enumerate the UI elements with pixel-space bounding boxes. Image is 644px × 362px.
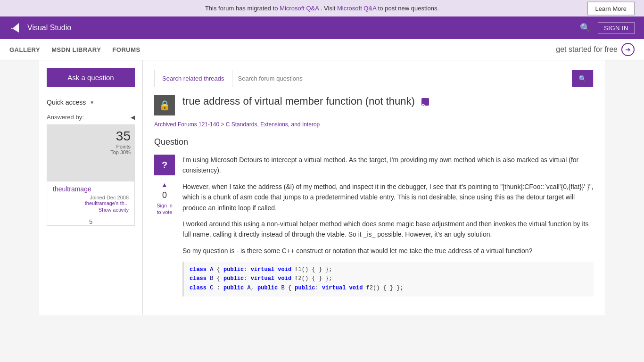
visual-studio-icon: [9, 21, 23, 34]
sidebar: Ask a question Quick access ▼ Answered b…: [39, 60, 143, 315]
points-label: Points: [110, 144, 131, 149]
sign-to-vote-link[interactable]: Sign in to vote: [157, 202, 173, 216]
user-points: 35 Points Top 30%: [110, 129, 131, 155]
question-paragraph-3: I worked around this using a non-virtual…: [182, 219, 594, 240]
code-line-1: class A { public: virtual void f1() { } …: [190, 265, 588, 274]
breadcrumb: Archived Forums 121-140 > C Standards, E…: [154, 121, 594, 128]
search-bar: Search related threads 🔍: [154, 70, 594, 87]
question-paragraph-2: However, when I take the address (&l) of…: [182, 181, 594, 213]
points-number: 35: [110, 129, 131, 144]
banner-text: This forum has migrated to Microsoft Q&A…: [205, 5, 439, 12]
answered-by-section: Answered by: ◀ 35 Points Top 30% theultr…: [39, 110, 142, 230]
lock-icon-box: 🔒: [154, 95, 175, 115]
quick-access-label: Quick access: [47, 99, 86, 106]
thread-title: true address of virtual member function …: [182, 95, 594, 108]
brand-logo: Visual Studio: [9, 21, 71, 34]
get-started-arrow-icon[interactable]: ➔: [621, 43, 635, 56]
content-wrapper: Ask a question Quick access ▼ Answered b…: [39, 60, 605, 315]
user-card: 35 Points Top 30% theultramage Joined De…: [47, 124, 135, 226]
question-label: Question: [154, 137, 594, 147]
question-mark-box: ?: [154, 155, 175, 175]
banner-link2[interactable]: Microsoft Q&A: [337, 5, 376, 12]
vote-area: ? ▲ 0 Sign in to vote: [154, 155, 175, 296]
quick-access-dropdown-icon: ▼: [90, 100, 94, 105]
joined-date: Joined Dec 2008: [53, 195, 129, 200]
ask-question-button[interactable]: Ask a question: [47, 68, 135, 87]
main-content: Search related threads 🔍 🔒 true address …: [143, 60, 605, 315]
search-icon: 🔍: [578, 75, 586, 82]
quick-access-header[interactable]: Quick access ▼: [39, 95, 142, 110]
top-percent: Top 30%: [110, 149, 131, 155]
question-text: I'm using Microsoft Detours to intercept…: [182, 155, 594, 296]
thread-header: 🔒 true address of virtual member functio…: [154, 95, 594, 115]
learn-more-button[interactable]: Learn More: [587, 1, 635, 15]
search-icon[interactable]: 🔍: [580, 23, 590, 33]
code-block: class A { public: virtual void f1() { } …: [182, 262, 594, 296]
breadcrumb-part2[interactable]: C Standards, Extensions, and Interop: [226, 121, 320, 128]
nav-msdn-library[interactable]: MSDN LIBRARY: [51, 46, 101, 53]
forum-search-button[interactable]: 🔍: [572, 70, 593, 87]
get-started-promo: get started for free ➔: [556, 43, 635, 56]
lock-icon: 🔒: [159, 99, 171, 111]
rss-icon[interactable]: [421, 98, 429, 106]
user-info: theultramage Joined Dec 2008 theultramag…: [47, 181, 134, 216]
nav-links: GALLERY MSDN LIBRARY FORUMS: [9, 39, 140, 60]
thread-title-area: true address of virtual member function …: [182, 95, 594, 108]
question-section: Question ? ▲ 0 Sign in to vote I'm using…: [154, 137, 594, 296]
question-paragraph-4: So my question is - is there some C++ co…: [182, 246, 594, 256]
nav-gallery[interactable]: GALLERY: [9, 46, 40, 53]
question-paragraph-1: I'm using Microsoft Detours to intercept…: [182, 155, 594, 176]
show-activity-link[interactable]: Show activity: [99, 207, 129, 213]
code-line-3: class C : public A, public B { public: v…: [190, 284, 588, 293]
migration-banner: This forum has migrated to Microsoft Q&A…: [0, 0, 644, 16]
up-vote-button[interactable]: ▲: [161, 181, 168, 189]
answered-by-label: Answered by: ◀: [47, 114, 135, 121]
secondary-navigation: GALLERY MSDN LIBRARY FORUMS get started …: [0, 39, 644, 60]
user-count: 5: [47, 218, 134, 225]
search-related-button[interactable]: Search related threads: [155, 70, 232, 87]
sign-in-button[interactable]: SIGN IN: [598, 22, 635, 34]
username-link[interactable]: theultramage: [53, 185, 129, 193]
code-line-2: class B { public: virtual void f2() { } …: [190, 274, 588, 283]
breadcrumb-separator: >: [221, 121, 224, 128]
nav-forums[interactable]: FORUMS: [112, 46, 140, 53]
question-mark-icon: ?: [162, 160, 167, 171]
svg-point-0: [421, 106, 423, 108]
user-threads-link[interactable]: theultramage's th...: [85, 200, 129, 206]
breadcrumb-part1[interactable]: Archived Forums 121-140: [154, 121, 219, 128]
collapse-icon[interactable]: ◀: [131, 114, 135, 121]
top-navigation: Visual Studio 🔍 SIGN IN: [0, 16, 644, 39]
forum-search-input[interactable]: [232, 70, 572, 87]
question-body: ? ▲ 0 Sign in to vote I'm using Microsof…: [154, 155, 594, 296]
brand-name: Visual Studio: [27, 24, 71, 32]
vote-count: 0: [162, 190, 167, 200]
banner-link1[interactable]: Microsoft Q&A: [280, 5, 319, 12]
user-links: theultramage's th... Show activity: [53, 200, 129, 213]
user-avatar-area: 35 Points Top 30%: [47, 125, 134, 181]
